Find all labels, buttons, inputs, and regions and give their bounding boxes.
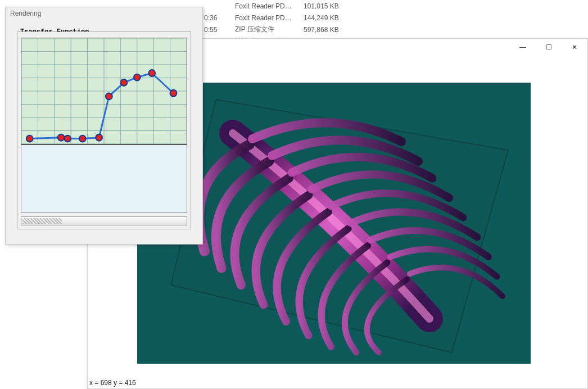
svg-point-27 [134, 74, 141, 81]
slider-handle[interactable] [22, 218, 62, 224]
svg-point-28 [148, 70, 155, 76]
svg-point-21 [58, 134, 65, 141]
svg-point-25 [106, 93, 112, 99]
file-size: 597,868 KB [304, 26, 339, 34]
cursor-status: x = 698 y = 416 [89, 379, 136, 387]
svg-point-26 [120, 79, 127, 86]
svg-point-20 [26, 135, 33, 142]
file-time: 0:55 [204, 26, 217, 34]
line-chart-icon [21, 38, 187, 144]
file-time: 0:36 [204, 14, 217, 22]
svg-point-23 [79, 135, 86, 142]
svg-point-29 [170, 90, 177, 97]
tf-range-slider[interactable] [21, 216, 187, 225]
svg-point-22 [64, 135, 71, 142]
transfer-function-plot[interactable] [21, 38, 187, 213]
file-type: Foxit Reader PD… [235, 14, 292, 22]
file-type: ZIP 压缩文件 [235, 25, 274, 34]
close-button[interactable]: ✕ [562, 39, 587, 56]
file-type: Foxit Reader PD… [235, 2, 292, 10]
rendering-panel: Rendering Transfer Function [5, 7, 203, 245]
tf-histogram-area[interactable] [21, 145, 187, 212]
svg-point-24 [96, 134, 102, 141]
transfer-function-group: Transfer Function [13, 25, 195, 238]
file-size: 101,015 KB [304, 2, 339, 10]
minimize-button[interactable]: — [510, 39, 536, 56]
file-size: 144,249 KB [304, 14, 339, 22]
panel-title: Rendering [6, 7, 202, 20]
tf-curve-area[interactable] [21, 38, 187, 145]
maximize-button[interactable]: ☐ [536, 39, 562, 56]
